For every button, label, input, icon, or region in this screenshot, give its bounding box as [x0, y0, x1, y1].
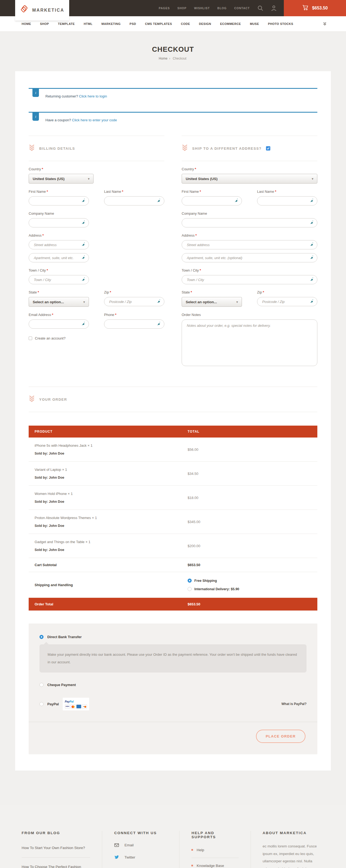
layers-chevron-icon [182, 144, 188, 153]
footer: FROM OUR BLOG How To Start Your Own Fash… [0, 805, 346, 868]
nav-code[interactable]: CODE [181, 22, 190, 26]
top-nav-blog[interactable]: BLOG [217, 6, 227, 10]
product-seller: Sold by: John Doe [35, 500, 176, 503]
product-seller: Sold by: John Doe [35, 548, 176, 552]
user-icon[interactable] [271, 5, 277, 11]
top-nav: PAGES SHOP WISHLIST BLOG CONTACT [159, 5, 277, 11]
nav-psd[interactable]: PSD [130, 22, 136, 26]
order-row: iPhone 5s with Headphones Jack × 1 Sold … [29, 437, 317, 462]
shipping-section: SHIP TO A DIFFERENT ADDRESS? Country* Un… [182, 136, 317, 367]
create-account-checkbox[interactable] [29, 337, 32, 340]
nav-design[interactable]: DESIGN [199, 22, 211, 26]
coupon-link[interactable]: Click here to enter your code [72, 118, 117, 122]
order-notes-label: Order Notes [182, 313, 317, 317]
cart-subtotal-value: $653.50 [182, 558, 317, 572]
amex-icon [76, 705, 81, 709]
billing-town-input[interactable] [29, 275, 89, 284]
nav-html[interactable]: HTML [84, 22, 93, 26]
shipping-town-label: Town / City* [182, 268, 317, 272]
billing-company-label: Company Name [29, 212, 89, 216]
billing-last-name-input[interactable] [104, 196, 164, 206]
payment-panel: Direct Bank Transfer Make your payment d… [29, 623, 317, 754]
radio-selected[interactable] [39, 635, 43, 639]
shipping-zip-input[interactable] [257, 297, 317, 306]
shipping-option-international[interactable]: International Delivery: $5.90 [187, 587, 311, 591]
product-name: iPhone 5s with Headphones Jack × 1 [35, 443, 176, 447]
nav-photo-stocks[interactable]: PHOTO STOCKS [268, 22, 293, 26]
logo[interactable]: MARKETICA [15, 0, 69, 21]
billing-phone-input[interactable] [104, 319, 164, 329]
billing-zip-input[interactable] [104, 297, 164, 306]
billing-first-name-input[interactable] [29, 196, 89, 206]
square-bullet-icon [192, 849, 193, 851]
radio-unselected[interactable] [39, 702, 43, 706]
cart-button[interactable]: $653.50 [284, 0, 346, 16]
shipping-zip-label: Zip* [257, 290, 317, 294]
layers-chevron-icon [29, 395, 35, 404]
blog-post-link[interactable]: How To Choose The Perfect Fashion Store? [22, 858, 90, 868]
shipping-company-input[interactable] [182, 218, 317, 227]
help-link[interactable]: Help [192, 842, 238, 858]
billing-email-input[interactable] [29, 319, 89, 329]
shipping-option-free[interactable]: Free Shipping [187, 579, 311, 583]
product-name: Women Hold iPhone × 1 [35, 492, 176, 496]
connect-column-title: CONNECT WITH US [114, 831, 167, 835]
what-is-paypal-link[interactable]: What is PayPal? [281, 702, 307, 706]
top-nav-shop[interactable]: SHOP [177, 6, 186, 10]
billing-email-label: Email Address* [29, 313, 89, 317]
radio-unselected[interactable] [187, 587, 192, 591]
radio-unselected[interactable] [39, 683, 43, 687]
login-link[interactable]: Click here to login [79, 94, 107, 98]
nav-ecommerce[interactable]: ECOMMERCE [220, 22, 241, 26]
breadcrumb-home[interactable]: Home [159, 57, 167, 60]
cart-subtotal-label: Cart Subtotal [29, 558, 182, 572]
blog-post-link[interactable]: How To Start Your Own Fashion Store? [22, 839, 90, 858]
billing-last-name-label: Last Name* [104, 189, 164, 193]
social-link-email[interactable]: Email [114, 843, 167, 847]
shipping-label: Shipping and Handling [29, 577, 182, 593]
ship-different-checkbox[interactable] [266, 146, 270, 151]
social-link-twitter[interactable]: Twitter [114, 855, 167, 859]
shipping-first-name-input[interactable] [182, 196, 242, 206]
payment-bank-option[interactable]: Direct Bank Transfer [39, 635, 307, 639]
about-text: ec mollis lorem consequat. Fusce ipsum e… [263, 842, 319, 868]
shipping-last-name-input[interactable] [257, 196, 317, 206]
nav-template[interactable]: TEMPLATE [58, 22, 75, 26]
shipping-town-input[interactable] [182, 275, 317, 284]
billing-company-input[interactable] [29, 218, 89, 227]
billing-address2-input[interactable] [29, 253, 89, 262]
nav-marketing[interactable]: MARKETING [101, 22, 120, 26]
visa-icon: VISA [65, 705, 70, 709]
login-notice: i Returning customer? Click here to logi… [29, 88, 317, 105]
shipping-address2-input[interactable] [182, 253, 317, 262]
twitter-icon [114, 855, 119, 859]
nav-shop[interactable]: SHOP [40, 22, 49, 26]
top-nav-contact[interactable]: CONTACT [234, 6, 250, 10]
billing-country-select[interactable]: United States (US) [29, 174, 94, 184]
billing-street-input[interactable] [29, 240, 89, 249]
shipping-state-select[interactable]: Select an option... [182, 297, 242, 307]
place-order-button[interactable]: PLACE ORDER [256, 730, 306, 743]
payment-cheque-option[interactable]: Cheque Payment [39, 683, 307, 687]
nav-muse[interactable]: MUSE [250, 22, 259, 26]
nav-cms-templates[interactable]: CMS TEMPLATES [145, 22, 172, 26]
info-icon: i [32, 89, 39, 97]
product-name: Gadget and Things on the Table × 1 [35, 540, 176, 544]
order-total-label: Order Total [29, 598, 182, 611]
radio-selected[interactable] [187, 579, 192, 583]
top-nav-pages[interactable]: PAGES [159, 6, 170, 10]
product-name: Variant of Laptop × 1 [35, 468, 176, 472]
shipping-country-select[interactable]: United States (US) [182, 174, 317, 184]
billing-state-select[interactable]: Select an option... [29, 297, 89, 307]
top-nav-wishlist[interactable]: WISHLIST [194, 6, 210, 10]
paypal-label: PayPal [47, 702, 59, 706]
search-icon[interactable] [257, 5, 263, 11]
nav-home[interactable]: HOME [22, 22, 31, 26]
footer-connect-column: CONNECT WITH US Email Twitter f Facebook… [102, 831, 179, 868]
cart-total: $653.50 [312, 6, 328, 10]
payment-paypal-option[interactable]: PayPal PayPal VISA DISC What is PayPal? [39, 698, 307, 710]
order-notes-input[interactable] [182, 319, 317, 366]
double-chevron-down-icon[interactable] [323, 22, 326, 26]
shipping-street-input[interactable] [182, 240, 317, 249]
knowledge-base-link[interactable]: Knowladge Base [192, 858, 238, 868]
